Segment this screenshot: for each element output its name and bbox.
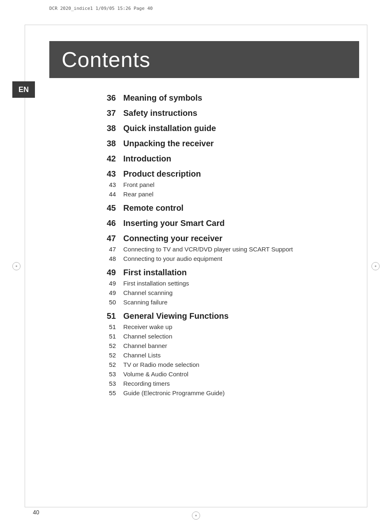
toc-entry: 53Volume & Audio Control [99, 370, 351, 378]
toc-page-num: 36 [99, 93, 116, 103]
toc-entry-title: Channel Lists [123, 351, 161, 359]
toc-entry: 38Quick installation guide [99, 123, 351, 134]
toc-entry: 47Connecting your receiver [99, 233, 351, 244]
right-border [367, 25, 367, 507]
toc-page-num: 52 [99, 361, 116, 368]
toc-page-num: 43 [99, 181, 116, 188]
toc-page-num: 49 [99, 280, 116, 287]
toc-entry-title: Meaning of symbols [123, 92, 202, 104]
bottom-page-number: 40 [33, 509, 39, 516]
top-border [25, 25, 367, 25]
toc-entry: 49First installation settings [99, 279, 351, 288]
toc-entry: 52Channel banner [99, 341, 351, 350]
toc-page-num: 49 [99, 289, 116, 296]
toc-entry: 48Connecting to your audio equipment [99, 254, 351, 263]
toc-entry: 36Meaning of symbols [99, 92, 351, 104]
toc-entry-title: Receiver wake up [123, 322, 172, 331]
toc-entry-title: Introduction [123, 153, 171, 164]
toc-entry-title: Volume & Audio Control [123, 370, 188, 378]
toc-page-num: 51 [99, 311, 116, 321]
toc-entry-title: Guide (Electronic Programme Guide) [123, 389, 225, 397]
header-bar: Contents [49, 41, 359, 78]
toc-entry: 53Recording timers [99, 379, 351, 388]
meta-line: DCR 2020_indice1 1/09/05 15:26 Page 40 [49, 6, 153, 11]
reg-mark-left [12, 262, 21, 270]
toc-page-num: 52 [99, 342, 116, 349]
toc-page-num: 49 [99, 268, 116, 277]
toc-entry: 51Receiver wake up [99, 322, 351, 331]
page: DCR 2020_indice1 1/09/05 15:26 Page 40 C… [0, 0, 392, 532]
toc-entry: 44Rear panel [99, 190, 351, 198]
toc-entry-title: Recording timers [123, 379, 170, 388]
toc-entry-title: Remote control [123, 203, 184, 214]
toc-entry: 37Safety instructions [99, 108, 351, 119]
toc-entry-title: Connecting to your audio equipment [123, 254, 222, 263]
reg-mark-bottom [192, 511, 200, 520]
toc-page-num: 53 [99, 380, 116, 387]
toc-page-num: 37 [99, 108, 116, 118]
toc-entry-title: Quick installation guide [123, 123, 216, 134]
toc-entry-title: Connecting to TV and VCR/DVD player usin… [123, 245, 293, 253]
page-title: Contents [62, 47, 150, 72]
toc-entry-title: Channel scanning [123, 288, 173, 297]
toc-page-num: 53 [99, 371, 116, 378]
toc-entry-title: Inserting your Smart Card [123, 218, 225, 229]
toc-entry-title: Scanning failure [123, 298, 168, 306]
toc-entry-title: TV or Radio mode selection [123, 360, 199, 369]
toc-entry-title: Product description [123, 168, 201, 180]
toc-page-num: 55 [99, 389, 116, 396]
toc-entry: 52TV or Radio mode selection [99, 360, 351, 369]
toc-entry: 52Channel Lists [99, 351, 351, 359]
toc-entry-title: Channel banner [123, 341, 167, 350]
toc-entry-title: Front panel [123, 180, 154, 189]
toc-page-num: 51 [99, 333, 116, 340]
toc-entry: 51Channel selection [99, 332, 351, 341]
toc-page-num: 38 [99, 124, 116, 133]
toc-content: 36Meaning of symbols37Safety instruction… [99, 88, 351, 398]
toc-entry: 50Scanning failure [99, 298, 351, 306]
toc-entry-title: First installation [123, 267, 187, 278]
toc-entry-title: First installation settings [123, 279, 189, 288]
toc-entry: 46Inserting your Smart Card [99, 218, 351, 229]
toc-page-num: 45 [99, 203, 116, 213]
toc-page-num: 46 [99, 219, 116, 228]
language-tab: EN [12, 81, 35, 98]
toc-page-num: 48 [99, 255, 116, 262]
toc-page-num: 52 [99, 352, 116, 359]
toc-entry-title: Connecting your receiver [123, 233, 222, 244]
toc-page-num: 47 [99, 234, 116, 243]
toc-entry: 49Channel scanning [99, 288, 351, 297]
toc-page-num: 51 [99, 323, 116, 330]
toc-entry: 47Connecting to TV and VCR/DVD player us… [99, 245, 351, 253]
toc-entry-title: Channel selection [123, 332, 172, 341]
toc-page-num: 43 [99, 169, 116, 179]
toc-entry-title: Safety instructions [123, 108, 197, 119]
toc-entry-title: Unpacking the receiver [123, 138, 214, 149]
bottom-border [25, 507, 367, 507]
toc-page-num: 42 [99, 154, 116, 164]
toc-entry: 51General Viewing Functions [99, 311, 351, 322]
toc-entry: 49First installation [99, 267, 351, 278]
toc-entry: 55Guide (Electronic Programme Guide) [99, 389, 351, 397]
toc-entry: 42Introduction [99, 153, 351, 164]
toc-entry: 43Front panel [99, 180, 351, 189]
toc-page-num: 44 [99, 191, 116, 198]
toc-entry: 45Remote control [99, 203, 351, 214]
toc-page-num: 47 [99, 246, 116, 253]
toc-entry-title: Rear panel [123, 190, 153, 198]
toc-entry: 43Product description [99, 168, 351, 180]
toc-page-num: 38 [99, 139, 116, 148]
toc-entry-title: General Viewing Functions [123, 311, 228, 322]
reg-mark-right [371, 262, 380, 270]
toc-page-num: 50 [99, 299, 116, 306]
toc-entry: 38Unpacking the receiver [99, 138, 351, 149]
